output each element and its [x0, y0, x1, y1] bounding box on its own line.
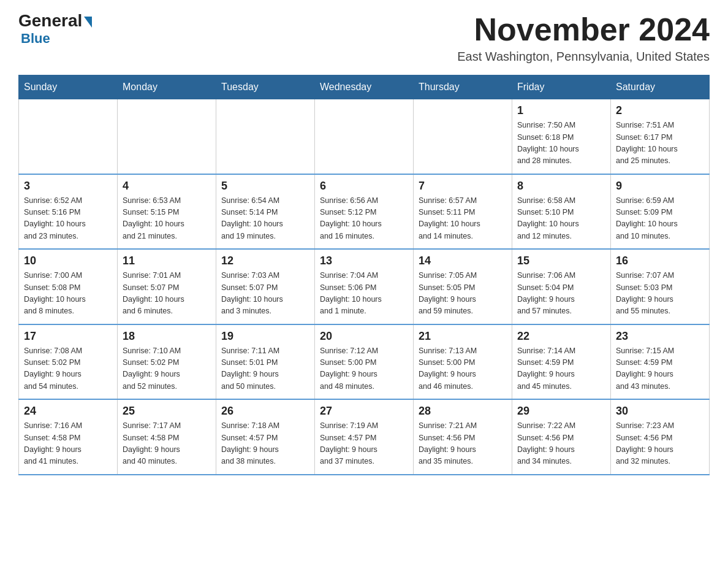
calendar-cell: [118, 99, 216, 174]
day-info: Sunrise: 7:00 AM Sunset: 5:08 PM Dayligh…: [24, 270, 112, 318]
day-number: 17: [24, 330, 112, 343]
month-title: November 2024: [457, 12, 710, 47]
day-number: 24: [24, 405, 112, 418]
day-number: 7: [419, 180, 507, 193]
day-number: 28: [419, 405, 507, 418]
day-info: Sunrise: 7:17 AM Sunset: 4:58 PM Dayligh…: [123, 420, 211, 468]
day-info: Sunrise: 7:50 AM Sunset: 6:18 PM Dayligh…: [517, 120, 605, 167]
day-info: Sunrise: 6:54 AM Sunset: 5:14 PM Dayligh…: [221, 195, 309, 243]
day-info: Sunrise: 7:23 AM Sunset: 4:56 PM Dayligh…: [616, 420, 704, 468]
day-info: Sunrise: 7:05 AM Sunset: 5:05 PM Dayligh…: [419, 270, 507, 318]
day-number: 10: [24, 255, 112, 267]
calendar-cell: 2Sunrise: 7:51 AM Sunset: 6:17 PM Daylig…: [611, 99, 710, 174]
calendar-header-monday: Monday: [118, 75, 216, 99]
calendar-header-thursday: Thursday: [414, 75, 512, 99]
calendar-cell: 7Sunrise: 6:57 AM Sunset: 5:11 PM Daylig…: [414, 174, 512, 250]
day-info: Sunrise: 6:57 AM Sunset: 5:11 PM Dayligh…: [419, 195, 507, 243]
calendar-cell: 30Sunrise: 7:23 AM Sunset: 4:56 PM Dayli…: [611, 399, 710, 475]
day-number: 11: [123, 255, 211, 267]
day-info: Sunrise: 7:14 AM Sunset: 4:59 PM Dayligh…: [517, 345, 605, 393]
calendar-cell: 22Sunrise: 7:14 AM Sunset: 4:59 PM Dayli…: [512, 324, 611, 400]
day-info: Sunrise: 6:58 AM Sunset: 5:10 PM Dayligh…: [517, 195, 605, 243]
calendar-week-row: 24Sunrise: 7:16 AM Sunset: 4:58 PM Dayli…: [19, 399, 710, 475]
day-number: 1: [517, 104, 605, 117]
day-number: 12: [221, 255, 309, 267]
calendar-header-friday: Friday: [512, 75, 611, 99]
calendar-table: SundayMondayTuesdayWednesdayThursdayFrid…: [18, 75, 710, 475]
calendar-cell: 10Sunrise: 7:00 AM Sunset: 5:08 PM Dayli…: [19, 249, 118, 324]
calendar-cell: 12Sunrise: 7:03 AM Sunset: 5:07 PM Dayli…: [216, 249, 315, 324]
day-number: 23: [616, 330, 704, 343]
calendar-cell: 14Sunrise: 7:05 AM Sunset: 5:05 PM Dayli…: [414, 249, 512, 324]
day-number: 4: [123, 180, 211, 193]
location-title: East Washington, Pennsylvania, United St…: [457, 50, 710, 64]
day-number: 19: [221, 330, 309, 343]
day-info: Sunrise: 7:04 AM Sunset: 5:06 PM Dayligh…: [320, 270, 408, 318]
day-info: Sunrise: 7:11 AM Sunset: 5:01 PM Dayligh…: [221, 345, 309, 393]
day-number: 13: [320, 255, 408, 267]
day-info: Sunrise: 7:12 AM Sunset: 5:00 PM Dayligh…: [320, 345, 408, 393]
day-number: 2: [616, 104, 704, 117]
calendar-header-row: SundayMondayTuesdayWednesdayThursdayFrid…: [19, 75, 710, 99]
calendar-cell: 27Sunrise: 7:19 AM Sunset: 4:57 PM Dayli…: [315, 399, 414, 475]
day-number: 26: [221, 405, 309, 418]
day-number: 29: [517, 405, 605, 418]
calendar-cell: 3Sunrise: 6:52 AM Sunset: 5:16 PM Daylig…: [19, 174, 118, 250]
day-number: 27: [320, 405, 408, 418]
calendar-cell: 16Sunrise: 7:07 AM Sunset: 5:03 PM Dayli…: [611, 249, 710, 324]
day-info: Sunrise: 7:01 AM Sunset: 5:07 PM Dayligh…: [123, 270, 211, 318]
day-info: Sunrise: 6:53 AM Sunset: 5:15 PM Dayligh…: [123, 195, 211, 243]
day-info: Sunrise: 7:16 AM Sunset: 4:58 PM Dayligh…: [24, 420, 112, 468]
calendar-cell: 18Sunrise: 7:10 AM Sunset: 5:02 PM Dayli…: [118, 324, 216, 400]
calendar-cell: 26Sunrise: 7:18 AM Sunset: 4:57 PM Dayli…: [216, 399, 315, 475]
calendar-cell: 28Sunrise: 7:21 AM Sunset: 4:56 PM Dayli…: [414, 399, 512, 475]
day-number: 21: [419, 330, 507, 343]
day-info: Sunrise: 6:59 AM Sunset: 5:09 PM Dayligh…: [616, 195, 704, 243]
calendar-cell: 4Sunrise: 6:53 AM Sunset: 5:15 PM Daylig…: [118, 174, 216, 250]
calendar-cell: 19Sunrise: 7:11 AM Sunset: 5:01 PM Dayli…: [216, 324, 315, 400]
logo-blue: Blue: [18, 31, 50, 47]
day-info: Sunrise: 7:21 AM Sunset: 4:56 PM Dayligh…: [419, 420, 507, 468]
calendar-cell: 20Sunrise: 7:12 AM Sunset: 5:00 PM Dayli…: [315, 324, 414, 400]
day-number: 16: [616, 255, 704, 267]
calendar-cell: 1Sunrise: 7:50 AM Sunset: 6:18 PM Daylig…: [512, 99, 611, 174]
day-number: 14: [419, 255, 507, 267]
day-info: Sunrise: 6:56 AM Sunset: 5:12 PM Dayligh…: [320, 195, 408, 243]
day-info: Sunrise: 7:13 AM Sunset: 5:00 PM Dayligh…: [419, 345, 507, 393]
day-info: Sunrise: 7:15 AM Sunset: 4:59 PM Dayligh…: [616, 345, 704, 393]
calendar-cell: [19, 99, 118, 174]
calendar-cell: [414, 99, 512, 174]
day-number: 6: [320, 180, 408, 193]
calendar-cell: [315, 99, 414, 174]
day-number: 3: [24, 180, 112, 193]
day-info: Sunrise: 7:07 AM Sunset: 5:03 PM Dayligh…: [616, 270, 704, 318]
day-number: 15: [517, 255, 605, 267]
calendar-cell: 8Sunrise: 6:58 AM Sunset: 5:10 PM Daylig…: [512, 174, 611, 250]
day-number: 20: [320, 330, 408, 343]
calendar-cell: 23Sunrise: 7:15 AM Sunset: 4:59 PM Dayli…: [611, 324, 710, 400]
day-info: Sunrise: 7:10 AM Sunset: 5:02 PM Dayligh…: [123, 345, 211, 393]
calendar-header-tuesday: Tuesday: [216, 75, 315, 99]
day-number: 25: [123, 405, 211, 418]
day-info: Sunrise: 7:06 AM Sunset: 5:04 PM Dayligh…: [517, 270, 605, 318]
day-number: 30: [616, 405, 704, 418]
title-area: November 2024 East Washington, Pennsylva…: [457, 12, 710, 64]
day-number: 5: [221, 180, 309, 193]
calendar-cell: 5Sunrise: 6:54 AM Sunset: 5:14 PM Daylig…: [216, 174, 315, 250]
calendar-cell: 6Sunrise: 6:56 AM Sunset: 5:12 PM Daylig…: [315, 174, 414, 250]
day-info: Sunrise: 7:19 AM Sunset: 4:57 PM Dayligh…: [320, 420, 408, 468]
calendar-cell: 21Sunrise: 7:13 AM Sunset: 5:00 PM Dayli…: [414, 324, 512, 400]
day-info: Sunrise: 7:03 AM Sunset: 5:07 PM Dayligh…: [221, 270, 309, 318]
calendar-cell: 29Sunrise: 7:22 AM Sunset: 4:56 PM Dayli…: [512, 399, 611, 475]
calendar-cell: 13Sunrise: 7:04 AM Sunset: 5:06 PM Dayli…: [315, 249, 414, 324]
calendar-header-saturday: Saturday: [611, 75, 710, 99]
calendar-cell: 17Sunrise: 7:08 AM Sunset: 5:02 PM Dayli…: [19, 324, 118, 400]
calendar-week-row: 17Sunrise: 7:08 AM Sunset: 5:02 PM Dayli…: [19, 324, 710, 400]
calendar-header-sunday: Sunday: [19, 75, 118, 99]
calendar-cell: [216, 99, 315, 174]
day-number: 9: [616, 180, 704, 193]
day-info: Sunrise: 6:52 AM Sunset: 5:16 PM Dayligh…: [24, 195, 112, 243]
day-info: Sunrise: 7:08 AM Sunset: 5:02 PM Dayligh…: [24, 345, 112, 393]
calendar-cell: 9Sunrise: 6:59 AM Sunset: 5:09 PM Daylig…: [611, 174, 710, 250]
calendar-week-row: 3Sunrise: 6:52 AM Sunset: 5:16 PM Daylig…: [19, 174, 710, 250]
